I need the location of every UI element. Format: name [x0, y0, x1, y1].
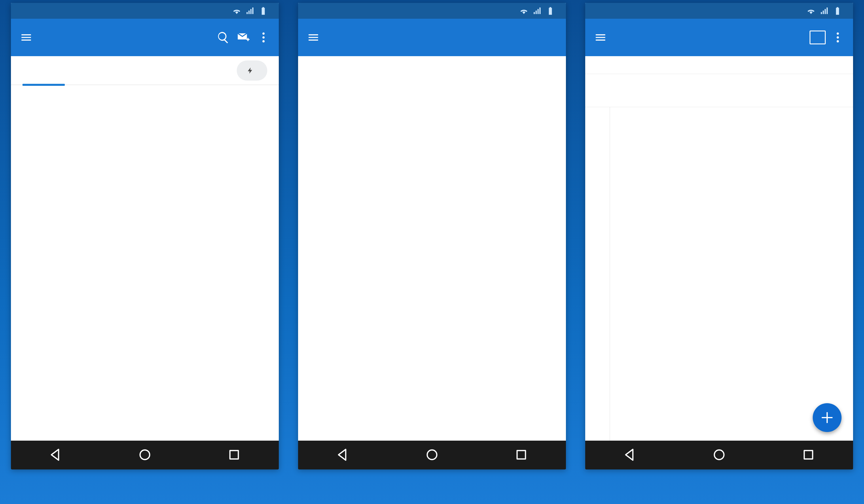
svg-point-9	[837, 40, 839, 43]
search-button[interactable]	[213, 27, 233, 48]
signal-icon	[820, 6, 829, 15]
files-list[interactable]	[298, 56, 566, 441]
svg-rect-4	[230, 451, 238, 459]
svg-point-8	[837, 36, 839, 39]
battery-icon	[259, 6, 268, 15]
calendar-week-row[interactable]	[585, 74, 853, 107]
svg-point-3	[140, 450, 149, 459]
nav-home[interactable]	[425, 447, 439, 463]
nav-back[interactable]	[623, 447, 637, 463]
lightning-icon	[247, 67, 254, 74]
battery-icon	[546, 6, 555, 15]
files-screen	[298, 3, 566, 469]
battery-icon	[833, 6, 842, 15]
nav-home[interactable]	[138, 447, 152, 463]
nav-home[interactable]	[712, 447, 726, 463]
compose-button[interactable]	[233, 27, 253, 48]
wifi-icon	[519, 6, 528, 15]
svg-point-5	[427, 450, 436, 459]
wifi-icon	[806, 6, 816, 15]
svg-rect-11	[804, 451, 813, 459]
nav-recent[interactable]	[227, 447, 241, 463]
nav-back[interactable]	[336, 447, 350, 463]
svg-point-7	[837, 33, 839, 35]
mail-appbar	[11, 19, 279, 56]
mail-compose-icon	[237, 31, 250, 44]
overflow-button[interactable]	[828, 27, 848, 48]
svg-point-1	[262, 36, 265, 39]
calendar-screen	[585, 3, 853, 469]
wifi-icon	[232, 6, 241, 15]
overflow-button[interactable]	[253, 27, 274, 48]
today-button[interactable]	[807, 27, 828, 48]
mail-screen	[11, 3, 279, 469]
calendar-day-icon	[809, 31, 826, 44]
menu-button[interactable]	[303, 31, 323, 44]
hamburger-icon	[594, 31, 607, 44]
svg-point-2	[262, 40, 265, 43]
svg-point-10	[714, 450, 724, 459]
svg-rect-6	[517, 451, 525, 459]
more-vert-icon	[257, 31, 270, 44]
signal-icon	[532, 6, 542, 15]
signal-icon	[245, 6, 255, 15]
new-event-fab[interactable]	[813, 403, 841, 432]
hamburger-icon	[307, 31, 320, 44]
search-icon	[217, 31, 230, 44]
nav-recent[interactable]	[801, 447, 816, 463]
menu-button[interactable]	[16, 31, 36, 44]
menu-button[interactable]	[590, 31, 611, 44]
nav-back[interactable]	[48, 447, 63, 463]
hamburger-icon	[20, 31, 33, 44]
svg-point-0	[262, 33, 265, 35]
plus-icon	[820, 410, 834, 425]
email-list[interactable]	[11, 85, 279, 441]
android-nav	[11, 441, 279, 469]
quick-filters-button[interactable]	[237, 60, 267, 81]
calendar-day-view[interactable]	[585, 107, 853, 441]
calendar-weekday-row	[585, 56, 853, 74]
mail-tabs	[11, 56, 279, 85]
more-vert-icon	[831, 31, 844, 44]
nav-recent[interactable]	[514, 447, 528, 463]
